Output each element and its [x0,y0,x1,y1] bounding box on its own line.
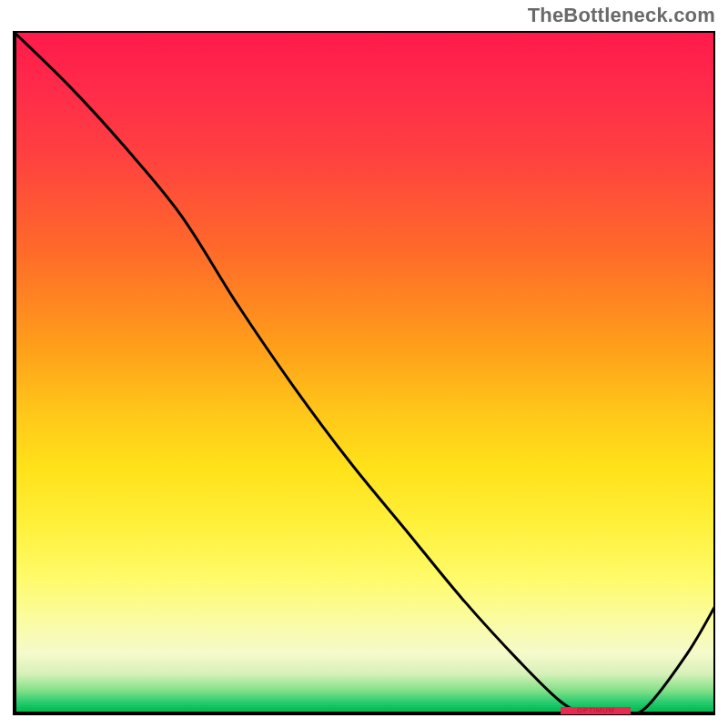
optimum-marker: OPTIMUM [561,707,631,714]
watermark-text: TheBottleneck.com [528,4,715,27]
chart-canvas [13,31,715,715]
